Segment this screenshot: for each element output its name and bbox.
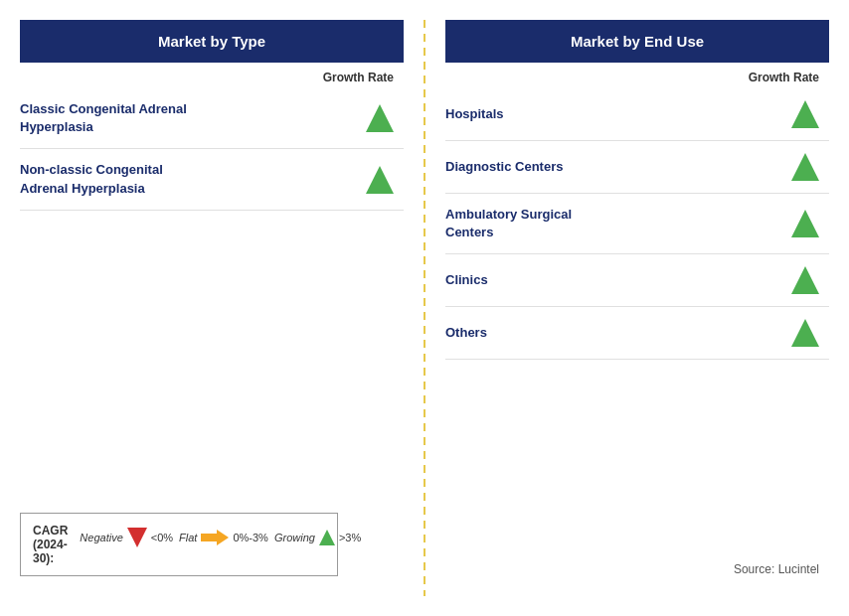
arrow-up-icon bbox=[791, 153, 819, 181]
item-label-nonclassic: Non-classic CongenitalAdrenal Hyperplasi… bbox=[20, 161, 356, 197]
legend-box: CAGR(2024-30): Negative <0% Flat 0%-3% G… bbox=[20, 513, 338, 576]
arrow-up-icon bbox=[366, 166, 394, 194]
negative-label: Negative bbox=[80, 532, 122, 543]
list-item: Diagnostic Centers bbox=[445, 141, 829, 194]
panel-divider bbox=[424, 20, 425, 596]
right-items-area: Hospitals Diagnostic Centers Ambulatory … bbox=[445, 88, 829, 596]
arrow-up-icon bbox=[366, 104, 394, 132]
right-panel: Market by End Use Growth Rate Hospitals … bbox=[435, 20, 829, 596]
right-growth-rate-label: Growth Rate bbox=[445, 63, 829, 88]
arrow-up-icon bbox=[791, 319, 819, 347]
item-label-others: Others bbox=[445, 324, 781, 342]
cagr-label: CAGR(2024-30): bbox=[33, 524, 68, 565]
arrow-up-icon bbox=[791, 266, 819, 294]
item-label-diagnostic: Diagnostic Centers bbox=[445, 158, 781, 176]
flat-label: Flat bbox=[179, 532, 197, 543]
arrow-down-icon bbox=[127, 528, 147, 547]
list-item: Ambulatory SurgicalCenters bbox=[445, 194, 829, 254]
arrow-up-icon bbox=[791, 100, 819, 128]
legend-flat: Flat 0%-3% bbox=[179, 530, 268, 545]
left-growth-rate-label: Growth Rate bbox=[20, 63, 404, 88]
source-text: Source: Lucintel bbox=[734, 562, 819, 576]
list-item: Non-classic CongenitalAdrenal Hyperplasi… bbox=[20, 149, 404, 210]
item-label-hospitals: Hospitals bbox=[445, 105, 781, 123]
left-panel: Market by Type Growth Rate Classic Conge… bbox=[20, 20, 414, 596]
left-panel-header: Market by Type bbox=[20, 20, 404, 63]
arrow-right-icon bbox=[201, 530, 229, 545]
legend-growing: Growing >3% bbox=[274, 530, 361, 545]
item-label-clinics: Clinics bbox=[445, 271, 781, 289]
growing-label: Growing bbox=[274, 532, 315, 543]
legend-negative: Negative <0% bbox=[80, 528, 173, 547]
list-item: Others bbox=[445, 307, 829, 360]
item-label-ambulatory: Ambulatory SurgicalCenters bbox=[445, 206, 781, 241]
arrow-up-icon bbox=[791, 210, 819, 237]
item-label-classic: Classic Congenital AdrenalHyperplasia bbox=[20, 100, 356, 136]
list-item: Hospitals bbox=[445, 88, 829, 141]
negative-value: <0% bbox=[151, 532, 173, 543]
flat-range: 0%-3% bbox=[233, 532, 267, 543]
legend-items: Negative <0% Flat 0%-3% Growing >3% bbox=[80, 528, 361, 547]
growing-value: >3% bbox=[339, 532, 361, 543]
arrow-up-sm-icon bbox=[319, 530, 335, 545]
list-item: Classic Congenital AdrenalHyperplasia bbox=[20, 88, 404, 149]
list-item: Clinics bbox=[445, 254, 829, 307]
right-panel-header: Market by End Use bbox=[445, 20, 829, 63]
